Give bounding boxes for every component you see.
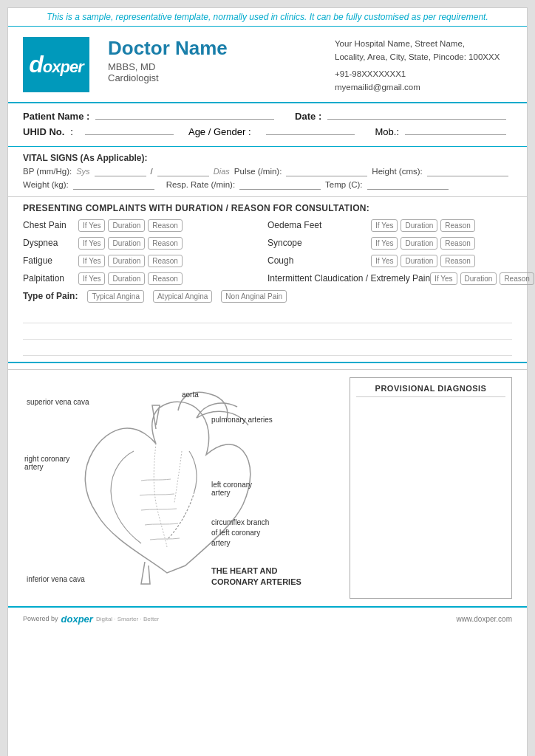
complaint-rows: Chest Pain If Yes Duration Reason Oedema… [23, 219, 512, 285]
reason-right-2[interactable]: Reason [440, 255, 474, 267]
header: doxper Doctor Name MBBS, MD Cardiologist… [8, 27, 527, 103]
provisional-diagnosis-title: PROVISIONAL DIAGNOSIS [356, 384, 505, 397]
hospital-address-line1: Your Hospital Name, Street Name, [335, 37, 512, 50]
uhid-field[interactable] [85, 134, 174, 135]
bp-slash: / [151, 167, 153, 176]
label-left-coronary: left coronaryartery [211, 481, 252, 497]
if-yes-right-3[interactable]: If Yes [430, 272, 457, 285]
duration-left-1[interactable]: Duration [108, 237, 145, 250]
pulse-label: Pulse (/min): [234, 167, 282, 176]
if-yes-right-2[interactable]: If Yes [371, 255, 398, 267]
reason-right-1[interactable]: Reason [440, 237, 474, 250]
uhid-label: UHID No. [23, 126, 64, 137]
reason-right-3[interactable]: Reason [500, 272, 534, 285]
non-anginal-pain-btn[interactable]: Non Anginal Pain [221, 290, 287, 303]
complaint-left-0: Chest Pain If Yes Duration Reason [23, 219, 268, 232]
if-yes-left-3[interactable]: If Yes [78, 272, 105, 285]
anatomy-section: superior vena cava aorta pulmonary arter… [8, 369, 527, 606]
bp-sys-val: Sys [76, 167, 89, 176]
typical-angina-btn[interactable]: Typical Angina [87, 290, 144, 303]
age-gender-field[interactable] [266, 134, 355, 135]
banner-text: This is a sample, representative templat… [8, 8, 527, 27]
label-right-coronary: right coronaryartery [24, 455, 69, 471]
temp-label: Temp (C): [325, 180, 362, 189]
complaint-left-3: Palpitation If Yes Duration Reason [23, 272, 268, 285]
age-gender-label: Age / Gender : [188, 126, 251, 137]
complaint-name-right-1: Syncope [268, 238, 371, 248]
atypical-angina-btn[interactable]: Atypical Angina [153, 290, 212, 303]
reason-right-0[interactable]: Reason [440, 219, 474, 232]
height-label: Height (cms): [372, 167, 422, 176]
reason-left-1[interactable]: Reason [148, 237, 182, 250]
divider [8, 362, 527, 363]
duration-right-2[interactable]: Duration [401, 255, 437, 267]
vital-signs-title: VITAL SIGNS (As Applicable): [23, 153, 512, 163]
complaint-row: Fatigue If Yes Duration Reason Cough If … [23, 255, 512, 267]
patient-name-field[interactable] [95, 119, 274, 120]
vital-signs-section: VITAL SIGNS (As Applicable): BP (mm/Hg):… [8, 147, 527, 197]
complaint-name-left-1: Dyspnea [23, 238, 78, 248]
footer-left: Powered by doxper Digital · Smarter · Be… [23, 614, 159, 625]
bp-label: BP (mm/Hg): [23, 167, 72, 176]
mob-field[interactable] [405, 134, 506, 135]
logo-box: doxper [23, 37, 89, 92]
if-yes-left-1[interactable]: If Yes [78, 237, 105, 250]
temp-input[interactable] [367, 180, 449, 190]
bp-sys-input[interactable] [95, 167, 146, 176]
blank-line-2 [23, 323, 512, 340]
complaint-row: Dyspnea If Yes Duration Reason Syncope I… [23, 237, 512, 250]
complaints-section: PRESENTING COMPLAINTS WITH DURATION / RE… [8, 197, 527, 307]
reason-left-2[interactable]: Reason [148, 255, 182, 267]
height-input[interactable] [427, 167, 508, 176]
reason-left-0[interactable]: Reason [148, 219, 182, 232]
pulse-input[interactable] [286, 167, 367, 176]
duration-right-0[interactable]: Duration [401, 219, 437, 232]
complaint-name-right-0: Oedema Feet [268, 220, 371, 230]
hospital-info: Your Hospital Name, Street Name, Localit… [335, 37, 512, 94]
complaint-left-1: Dyspnea If Yes Duration Reason [23, 237, 268, 250]
bp-dias-input[interactable] [157, 167, 209, 176]
complaint-right-0: Oedema Feet If Yes Duration Reason [268, 219, 512, 232]
date-field[interactable] [327, 119, 506, 120]
doctor-degree: MBBS, MD [108, 61, 324, 72]
if-yes-right-1[interactable]: If Yes [371, 237, 398, 250]
weight-label: Weight (kg): [23, 180, 69, 189]
if-yes-left-0[interactable]: If Yes [78, 219, 105, 232]
provisional-diagnosis-box: PROVISIONAL DIAGNOSIS [350, 377, 512, 599]
patient-section: Patient Name : Date : UHID No. : Age / G… [8, 103, 527, 147]
label-inferior-vena-cava: inferior vena cava [27, 575, 85, 583]
if-yes-right-0[interactable]: If Yes [371, 219, 398, 232]
duration-left-2[interactable]: Duration [108, 255, 145, 267]
footer-website: www.doxper.com [456, 615, 512, 623]
duration-right-3[interactable]: Duration [460, 272, 497, 285]
reason-left-3[interactable]: Reason [148, 272, 182, 285]
hospital-email: myemailid@gmail.com [335, 80, 512, 94]
label-heart-title: THE HEART ANDCORONARY ARTERIES [211, 566, 301, 588]
label-pulmonary-arteries: pulmonary arteries [211, 416, 273, 424]
uhid-colon: : [70, 126, 73, 137]
duration-left-0[interactable]: Duration [108, 219, 145, 232]
label-circumflex: circumflex branchof left coronaryartery [211, 518, 269, 549]
doctor-specialty: Cardiologist [108, 72, 324, 83]
bp-row: BP (mm/Hg): Sys / Dias Pulse (/min): Hei… [23, 167, 512, 176]
duration-right-1[interactable]: Duration [401, 237, 437, 250]
hospital-address-line2: Locality, Area, City, State, Pincode: 10… [335, 50, 512, 63]
complaint-row: Palpitation If Yes Duration Reason Inter… [23, 272, 512, 285]
uhid-row: UHID No. : Age / Gender : Mob.: [23, 126, 512, 137]
footer-tagline: Digital · Smarter · Better [96, 616, 159, 622]
weight-row: Weight (kg): Resp. Rate (/min): Temp (C)… [23, 180, 512, 190]
bp-dias-val: Dias [214, 167, 230, 176]
resp-input[interactable] [239, 180, 321, 190]
complaint-right-1: Syncope If Yes Duration Reason [268, 237, 512, 250]
duration-left-3[interactable]: Duration [108, 272, 145, 285]
label-superior-vena-cava: superior vena cava [27, 398, 89, 406]
blank-writing-area [8, 307, 527, 356]
patient-name-label: Patient Name : [23, 111, 89, 122]
type-pain-row: Type of Pain: Typical Angina Atypical An… [23, 290, 512, 303]
hospital-phone: +91-98XXXXXXX1 [335, 67, 512, 80]
logo: doxper [29, 51, 83, 78]
if-yes-left-2[interactable]: If Yes [78, 255, 105, 267]
blank-line-3 [23, 340, 512, 356]
weight-input[interactable] [73, 180, 154, 190]
doctor-name: Doctor Name [108, 37, 324, 60]
